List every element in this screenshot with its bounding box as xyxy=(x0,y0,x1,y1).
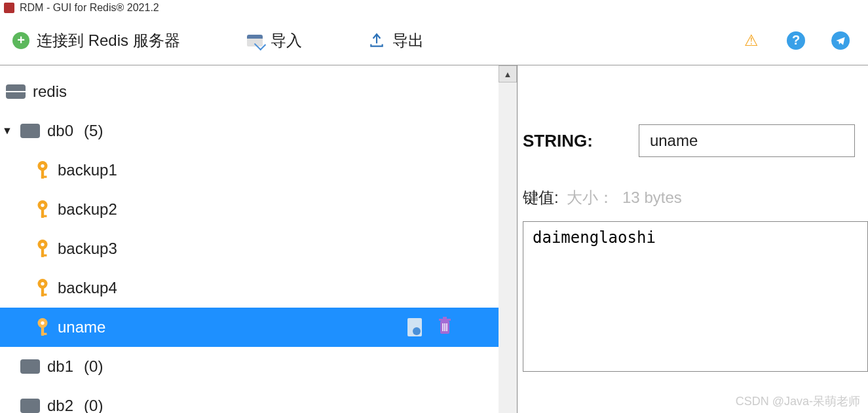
key-icon xyxy=(34,160,51,180)
key-icon xyxy=(34,200,51,219)
scroll-up-button[interactable]: ▲ xyxy=(499,65,517,82)
import-button[interactable]: 导入 xyxy=(239,27,309,54)
help-icon: ? xyxy=(787,31,805,50)
warning-button[interactable]: ⚠ xyxy=(738,27,764,54)
value-type-label: STRING: xyxy=(523,131,593,151)
db-label: db1 xyxy=(47,357,73,376)
main-toolbar: + 连接到 Redis 服务器 导入 导出 ⚠ ? xyxy=(0,16,868,65)
watermark: CSDN @Java-呆萌老师 xyxy=(736,393,860,409)
db-count: (0) xyxy=(84,397,103,413)
import-icon xyxy=(246,31,264,50)
svg-point-5 xyxy=(41,204,44,207)
telegram-icon xyxy=(831,31,850,50)
expand-arrow-icon: ▼ xyxy=(1,125,13,137)
database-icon xyxy=(20,395,41,413)
tree-db-row[interactable]: ▼db0 (5) xyxy=(0,111,499,151)
app-logo-icon xyxy=(4,3,14,13)
tree-db-row[interactable]: db1 (0) xyxy=(0,347,499,386)
help-button[interactable]: ? xyxy=(783,27,809,54)
key-label: backup1 xyxy=(58,161,117,179)
svg-rect-3 xyxy=(41,176,47,178)
server-icon xyxy=(5,81,26,102)
plus-circle-icon: + xyxy=(12,31,30,50)
svg-rect-22 xyxy=(443,317,447,319)
key-label: backup2 xyxy=(58,200,117,219)
warning-icon: ⚠ xyxy=(744,31,759,50)
titlebar: RDM - GUI for Redis® 2021.2 xyxy=(0,0,868,16)
tree-key-row[interactable]: backup2 xyxy=(0,190,499,229)
svg-point-13 xyxy=(41,282,44,285)
database-icon xyxy=(20,356,41,377)
tree-key-row[interactable]: backup4 xyxy=(0,268,499,308)
key-label: backup3 xyxy=(58,240,117,258)
export-icon xyxy=(368,31,386,50)
db-count: (0) xyxy=(84,357,103,376)
database-icon xyxy=(20,120,41,141)
export-button[interactable]: 导出 xyxy=(361,27,430,54)
key-label: backup4 xyxy=(58,279,117,297)
key-label: uname xyxy=(58,318,105,336)
copy-key-button[interactable] xyxy=(406,317,424,338)
tree-key-row[interactable]: backup3 xyxy=(0,229,499,268)
connect-redis-label: 连接到 Redis 服务器 xyxy=(37,30,180,51)
svg-rect-11 xyxy=(41,255,47,257)
key-name-input[interactable]: uname xyxy=(639,124,855,157)
connect-redis-button[interactable]: + 连接到 Redis 服务器 xyxy=(5,27,187,54)
key-icon xyxy=(34,317,51,337)
telegram-button[interactable] xyxy=(827,27,854,54)
import-label: 导入 xyxy=(271,30,302,51)
row-actions xyxy=(406,317,453,338)
svg-rect-7 xyxy=(41,215,47,217)
db-label: db0 xyxy=(47,122,73,140)
svg-point-9 xyxy=(41,243,44,246)
key-tree[interactable]: redis▼db0 (5)backup1backup2backup3backup… xyxy=(0,65,499,413)
tree-db-row[interactable]: db2 (0) xyxy=(0,386,499,413)
db-count: (5) xyxy=(84,122,103,140)
svg-rect-21 xyxy=(439,319,451,321)
tree-key-row[interactable]: backup1 xyxy=(0,151,499,190)
tree-key-row[interactable]: uname xyxy=(0,308,499,347)
svg-rect-15 xyxy=(41,294,47,296)
delete-key-button[interactable] xyxy=(437,317,453,335)
size-value: 13 bytes xyxy=(622,189,682,206)
key-icon xyxy=(34,239,51,259)
window-title: RDM - GUI for Redis® 2021.2 xyxy=(20,2,159,14)
db-label: db2 xyxy=(47,397,73,413)
tree-scrollbar[interactable]: ▲ xyxy=(499,65,517,413)
value-meta-label: 键值: xyxy=(523,189,559,206)
value-meta: 键值: 大小： 13 bytes xyxy=(523,187,868,208)
server-label: redis xyxy=(33,82,67,101)
value-content[interactable]: daimenglaoshi xyxy=(523,221,868,372)
key-icon xyxy=(34,278,51,298)
detail-panel: STRING: uname 键值: 大小： 13 bytes daimengla… xyxy=(518,65,868,413)
svg-point-17 xyxy=(41,321,44,325)
svg-point-1 xyxy=(41,164,44,168)
tree-panel: redis▼db0 (5)backup1backup2backup3backup… xyxy=(0,65,518,413)
svg-rect-19 xyxy=(41,333,47,335)
tree-server-row[interactable]: redis xyxy=(0,72,499,111)
export-label: 导出 xyxy=(392,30,424,51)
size-label: 大小： xyxy=(567,189,614,206)
